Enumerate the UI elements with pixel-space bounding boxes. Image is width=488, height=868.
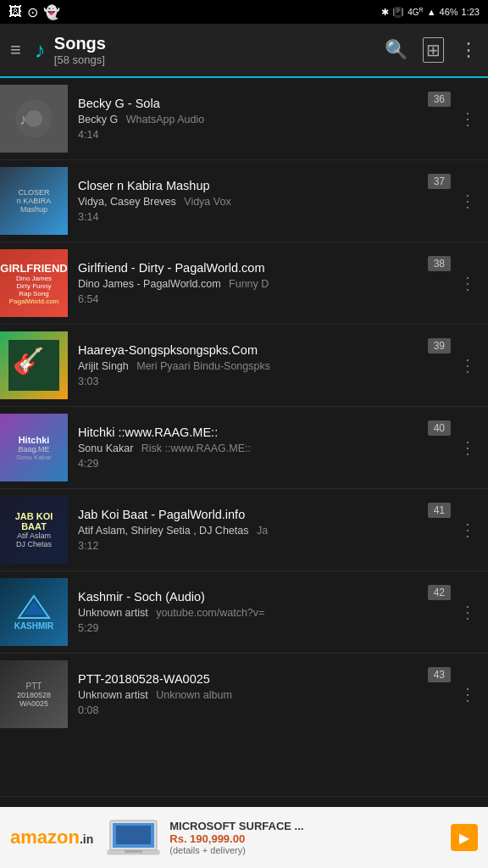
song-thumbnail: JAB KOI BAAT Atif Aslam DJ Chetas — [0, 496, 68, 564]
song-album: youtube.com/watch?v= — [156, 607, 264, 619]
list-item[interactable]: 🎸 Haareya-Songspksongspks.Com Arijit Sin… — [0, 325, 488, 407]
song-duration: 0:08 — [78, 704, 412, 716]
ad-laptop-image — [103, 816, 163, 859]
ad-text: MICROSOFT SURFACE ... Rs. 190,999.00 (de… — [169, 820, 451, 855]
song-more-button[interactable]: ⋮ — [454, 102, 481, 136]
song-right: 39 — [412, 331, 454, 399]
ad-banner[interactable]: amazon.in MICROSOFT SURFACE ... Rs. 190,… — [0, 807, 488, 868]
song-artist-row: Vidya, Casey Breves Vidya Vox — [78, 196, 412, 208]
song-number-badge: 42 — [428, 585, 451, 600]
song-artist-row: Dino James - PagalWorld.com Funny D — [78, 278, 412, 290]
list-item[interactable]: JAB KOI BAAT Atif Aslam DJ Chetas Jab Ko… — [0, 489, 488, 571]
more-options-button[interactable]: ⋮ — [459, 39, 478, 61]
song-info: Kashmir - Soch (Audio) Unknown artist yo… — [78, 590, 412, 634]
header-actions: 🔍 ⊞ ⋮ — [385, 37, 478, 63]
song-album: Funny D — [229, 278, 269, 290]
bluetooth-icon: ✱ — [381, 7, 389, 18]
song-thumbnail: PTT 20180528 WA0025 — [0, 660, 68, 728]
vibrate-icon: 📳 — [392, 7, 404, 18]
app-icon-1: 🖼 — [8, 4, 22, 19]
song-info: Closer n Kabira Mashup Vidya, Casey Brev… — [78, 179, 412, 223]
signal-bars: ▲ — [427, 7, 436, 17]
song-number-badge: 39 — [428, 338, 451, 353]
svg-point-1 — [25, 110, 42, 127]
song-album: WhatsApp Audio — [126, 114, 204, 125]
song-info: Girlfriend - Dirty - PagalWorld.com Dino… — [78, 261, 412, 305]
signal-icon: 4GR — [408, 7, 423, 17]
song-artist: Sonu Kakar — [78, 442, 133, 454]
app-icon-3: 👻 — [43, 4, 60, 20]
ad-sublabel: (details + delivery) — [169, 845, 451, 855]
menu-button[interactable]: ≡ — [10, 39, 21, 61]
svg-text:♪: ♪ — [19, 111, 27, 128]
song-title: Hitchki ::www.RAAG.ME:: — [78, 426, 412, 439]
svg-rect-10 — [116, 826, 151, 844]
music-note-icon: ♪ — [35, 37, 46, 64]
app-icon-2: ⊙ — [27, 4, 38, 20]
song-info: Hitchki ::www.RAAG.ME:: Sonu Kakar Risk … — [78, 426, 412, 470]
list-item[interactable]: GIRLFRIEND Dino James Dirty Funny Rap So… — [0, 242, 488, 325]
song-more-button[interactable]: ⋮ — [454, 184, 481, 218]
song-album: Ja — [257, 525, 268, 537]
song-title: PTT-20180528-WA0025 — [78, 672, 412, 686]
song-title: Girlfriend - Dirty - PagalWorld.com — [78, 261, 412, 275]
song-artist: Arijit Singh — [78, 360, 129, 372]
list-item[interactable]: CLOSERn KABIRAMashup Closer n Kabira Mas… — [0, 160, 488, 242]
svg-rect-12 — [125, 850, 142, 853]
song-thumbnail: GIRLFRIEND Dino James Dirty Funny Rap So… — [0, 249, 68, 317]
song-number-badge: 40 — [428, 420, 451, 436]
song-artist: Unknown artist — [78, 607, 148, 619]
song-duration: 3:14 — [78, 211, 412, 223]
song-duration: 6:54 — [78, 293, 412, 305]
song-artist-row: Atif Aslam, Shirley Setia , DJ Chetas Ja — [78, 525, 412, 537]
song-right: 36 — [412, 85, 454, 153]
song-album: Risk ::www.RAAG.ME:: — [141, 442, 251, 454]
page-title: Songs — [54, 34, 106, 53]
song-artist-row: Sonu Kakar Risk ::www.RAAG.ME:: — [78, 442, 412, 454]
song-info: Becky G - Sola Becky G WhatsApp Audio 4:… — [78, 97, 412, 141]
song-artist: Dino James - PagalWorld.com — [78, 278, 221, 290]
song-album: Meri Pyaari Bindu-Songspks — [136, 360, 270, 372]
ad-product-title: MICROSOFT SURFACE ... — [169, 820, 451, 832]
song-right: 40 — [412, 414, 454, 481]
song-more-button[interactable]: ⋮ — [454, 595, 481, 629]
song-artist-row: Arijit Singh Meri Pyaari Bindu-Songspks — [78, 360, 412, 372]
song-artist-row: Unknown artist youtube.com/watch?v= — [78, 607, 412, 619]
song-info: PTT-20180528-WA0025 Unknown artist Unkno… — [78, 672, 412, 716]
app-header: ≡ ♪ Songs [58 songs] 🔍 ⊞ ⋮ — [0, 24, 488, 78]
ad-price: Rs. 190,999.00 — [169, 832, 451, 845]
song-number-badge: 41 — [428, 503, 451, 518]
song-more-button[interactable]: ⋮ — [454, 266, 481, 300]
song-thumbnail: ♪ — [0, 85, 68, 153]
song-number-badge: 36 — [428, 92, 451, 107]
song-artist: Unknown artist — [78, 689, 148, 701]
song-artist: Vidya, Casey Breves — [78, 196, 176, 208]
song-more-button[interactable]: ⋮ — [454, 513, 481, 547]
ad-arrow-button[interactable]: ▶ — [451, 824, 478, 851]
song-duration: 3:12 — [78, 540, 412, 552]
song-more-button[interactable]: ⋮ — [454, 348, 481, 382]
song-duration: 3:03 — [78, 376, 412, 387]
song-number-badge: 37 — [428, 174, 451, 189]
list-item[interactable]: PTT 20180528 WA0025 PTT-20180528-WA0025 … — [0, 654, 488, 797]
song-more-button[interactable]: ⋮ — [454, 677, 481, 711]
song-album: Vidya Vox — [184, 196, 230, 208]
song-artist: Becky G — [78, 114, 118, 125]
song-count: [58 songs] — [54, 53, 106, 66]
song-thumbnail: KASHMIR — [0, 578, 68, 646]
song-right: 38 — [412, 249, 454, 317]
list-item[interactable]: Hitchki Baag.ME Sonu Kakar Hitchki ::www… — [0, 407, 488, 489]
list-item[interactable]: ♪ Becky G - Sola Becky G WhatsApp Audio … — [0, 78, 488, 160]
grid-view-button[interactable]: ⊞ — [423, 37, 444, 63]
song-thumbnail: 🎸 — [0, 331, 68, 399]
list-item[interactable]: KASHMIR Kashmir - Soch (Audio) Unknown a… — [0, 571, 488, 654]
status-bar: 🖼 ⊙ 👻 ✱ 📳 4GR ▲ 46% 1:23 — [0, 0, 488, 24]
song-title: Kashmir - Soch (Audio) — [78, 590, 412, 604]
song-duration: 4:14 — [78, 129, 412, 141]
svg-text:🎸: 🎸 — [13, 346, 45, 376]
search-button[interactable]: 🔍 — [385, 39, 408, 61]
song-more-button[interactable]: ⋮ — [454, 431, 481, 465]
song-number-badge: 38 — [428, 256, 451, 271]
song-album: Unknown album — [156, 689, 232, 701]
song-list: ♪ Becky G - Sola Becky G WhatsApp Audio … — [0, 78, 488, 797]
